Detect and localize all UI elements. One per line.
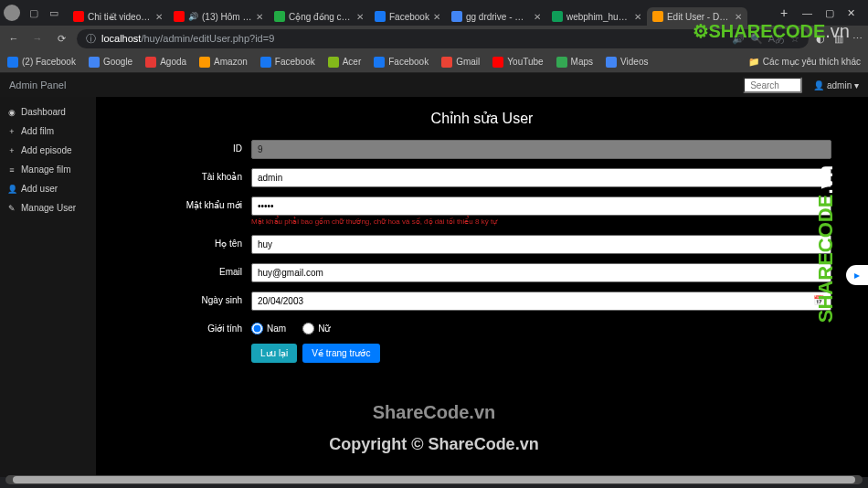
sidebar-label: Dashboard (21, 107, 66, 117)
browser-tab-3[interactable]: Facebook✕ (369, 7, 446, 26)
tab-favicon (652, 11, 663, 22)
address-bar[interactable]: ⓘ localhost/huy/admin/editUser.php?id=9 … (77, 29, 809, 48)
input-fullname[interactable] (251, 235, 831, 254)
tab-title: Cộng đồng chia sẻ (289, 12, 353, 22)
bookmark-item-6[interactable]: Facebook (374, 57, 429, 68)
input-account[interactable] (251, 168, 831, 187)
tab-title: Edit User - Dark Ad (667, 12, 731, 22)
radio-female[interactable] (302, 323, 314, 334)
back-button[interactable]: ← (5, 30, 22, 47)
label-account: Tài khoản (132, 168, 251, 182)
favorite-icon[interactable]: ☆ (790, 33, 799, 45)
sidebar-icon: + (7, 127, 16, 136)
tab-close-button[interactable]: ✕ (433, 12, 440, 22)
tab-close-button[interactable]: ✕ (735, 12, 742, 22)
bookmark-item-5[interactable]: Acer (328, 57, 362, 68)
radio-male[interactable] (251, 323, 263, 334)
tab-title: Facebook (389, 12, 429, 22)
search-input[interactable] (743, 77, 802, 93)
tab-title: Chi tiết video - You (88, 12, 152, 22)
sidebar-item-add-film[interactable]: +Add film (0, 122, 96, 141)
label-email: Email (132, 263, 251, 277)
bookmark-item-7[interactable]: Gmail (441, 57, 480, 68)
browser-tab-5[interactable]: webphim_huy - Goo✕ (546, 7, 647, 26)
sidebar-label: Manage film (21, 164, 70, 175)
browser-tab-6[interactable]: Edit User - Dark Ad✕ (647, 7, 747, 26)
workspaces-icon[interactable]: ▢ (27, 6, 40, 19)
tab-close-button[interactable]: ✕ (634, 12, 641, 22)
bookmark-item-8[interactable]: YouTube (492, 57, 543, 68)
bookmarks-overflow[interactable]: 📁 Các mục yêu thích khác (748, 57, 861, 67)
window-minimize-button[interactable]: — (802, 7, 812, 19)
tab-overview-icon[interactable]: ▭ (48, 6, 60, 19)
profile-avatar[interactable] (4, 5, 20, 21)
sidebar-icon: ✎ (7, 204, 16, 213)
bookmark-item-9[interactable]: Maps (556, 57, 593, 68)
back-button-page[interactable]: Về trang trước (302, 344, 379, 363)
sidebar-item-add-episode[interactable]: +Add episode (0, 141, 96, 160)
bookmark-label: Agoda (160, 57, 186, 67)
bookmark-favicon (328, 57, 339, 68)
bookmark-label: Gmail (456, 57, 480, 67)
sidebar-item-dashboard[interactable]: ◉Dashboard (0, 102, 96, 122)
input-password[interactable] (251, 196, 831, 216)
radio-male-label[interactable]: Nam (251, 323, 286, 334)
tab-favicon (73, 11, 84, 22)
tab-title: gg drdrive - Search (466, 12, 530, 22)
tab-close-button[interactable]: ✕ (356, 12, 364, 22)
input-email[interactable] (251, 263, 831, 282)
sidebar: ◉Dashboard+Add film+Add episode≡Manage f… (0, 97, 96, 477)
input-id (251, 140, 831, 159)
menu-icon[interactable]: ⋯ (852, 33, 863, 45)
bookmark-label: (2) Facebook (22, 57, 76, 67)
browser-tab-2[interactable]: Cộng đồng chia sẻ✕ (269, 7, 369, 26)
bookmark-item-0[interactable]: (2) Facebook (7, 57, 76, 68)
window-maximize-button[interactable]: ▢ (825, 7, 834, 19)
bookmark-favicon (260, 57, 271, 68)
browser-toolbar: ← → ⟳ ⓘ localhost/huy/admin/editUser.php… (0, 26, 868, 51)
bookmark-item-3[interactable]: Amazon (199, 57, 248, 68)
calendar-icon[interactable]: 📅 (813, 295, 824, 305)
side-pill-button[interactable]: ▸ (846, 265, 868, 285)
browser-tab-1[interactable]: 🔊(13) Hôm Nay✕ (168, 7, 269, 26)
refresh-button[interactable]: ⟳ (53, 30, 69, 47)
zoom-icon[interactable]: 🔍 (750, 33, 763, 45)
bookmark-item-1[interactable]: Google (89, 57, 132, 68)
audio-icon: 🔊 (188, 12, 198, 21)
bookmark-favicon (89, 57, 100, 68)
browser-tab-4[interactable]: gg drdrive - Search✕ (446, 7, 546, 26)
tab-favicon (274, 11, 285, 22)
sidebar-item-manage-user[interactable]: ✎Manage User (0, 198, 96, 217)
forward-button[interactable]: → (29, 30, 46, 47)
bookmark-label: Acer (343, 57, 362, 67)
label-id: ID (132, 140, 251, 154)
user-menu[interactable]: 👤 admin ▾ (813, 80, 859, 90)
window-close-button[interactable]: ✕ (847, 7, 855, 19)
sidebar-item-add-user[interactable]: 👤Add user (0, 179, 96, 198)
bookmark-favicon (199, 57, 210, 68)
bookmark-label: Maps (571, 57, 593, 67)
collections-icon[interactable]: ▥ (834, 33, 843, 45)
bookmark-item-4[interactable]: Facebook (260, 57, 315, 68)
bookmark-favicon (7, 57, 18, 68)
bookmark-label: Videos (620, 57, 648, 67)
input-birthday[interactable] (251, 292, 831, 311)
bookmark-item-10[interactable]: Videos (606, 57, 648, 68)
translate-icon[interactable]: Aあ (768, 32, 785, 46)
main-content: Chỉnh sửa User ID Tài khoản Mật khẩu mới… (96, 97, 868, 477)
save-button[interactable]: Lưu lại (251, 344, 297, 363)
extensions-icon[interactable]: ◐ (816, 33, 825, 45)
sidebar-item-manage-film[interactable]: ≡Manage film (0, 160, 96, 179)
read-aloud-icon[interactable]: 🔊 (732, 33, 745, 45)
tab-close-button[interactable]: ✕ (534, 12, 541, 22)
browser-tab-0[interactable]: Chi tiết video - You✕ (68, 7, 168, 26)
tab-close-button[interactable]: ✕ (256, 12, 263, 22)
horizontal-scrollbar[interactable] (5, 475, 863, 484)
site-info-icon[interactable]: ⓘ (86, 32, 96, 46)
bookmark-item-2[interactable]: Agoda (145, 57, 186, 68)
new-tab-button[interactable]: + (775, 4, 793, 22)
radio-female-label[interactable]: Nữ (302, 323, 330, 334)
tab-close-button[interactable]: ✕ (155, 12, 163, 22)
bookmark-favicon (374, 57, 385, 68)
tab-favicon (451, 11, 462, 22)
